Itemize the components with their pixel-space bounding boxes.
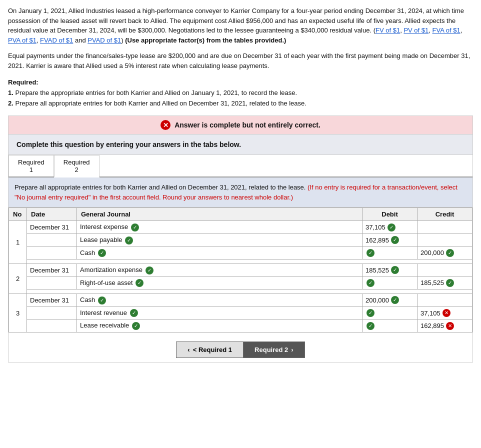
row1-account3[interactable]: Cash ✓ [77,246,362,260]
table-row: Cash ✓ ✓ 200,000✓ [9,246,472,260]
tab-instruction: Prepare all appropriate entries for both… [8,178,472,208]
complete-question-box: Complete this question by entering your … [8,134,472,155]
answer-banner-text: Answer is complete but not entirely corr… [174,121,320,129]
check-icon-green: ✓ [131,224,139,232]
journal-table: No Date General Journal Debit Credit 1 D… [8,208,472,332]
answer-banner: ✕ Answer is complete but not entirely co… [8,116,472,134]
row-no-2: 2 [9,264,27,294]
required-item1: 1. Prepare the appropriate entries for b… [8,88,473,98]
prev-chevron: ‹ [188,346,190,354]
row1-credit1[interactable] [418,221,472,234]
row2-account2[interactable]: Right-of-use asset ✓ [77,276,362,290]
col-header-no: No [9,208,27,221]
check-icon-green: ✓ [98,296,106,304]
row3-date3 [27,320,77,332]
next-button[interactable]: Required 2 › [243,342,305,358]
row2-debit1[interactable]: 185,525✓ [362,264,418,277]
next-chevron: › [291,346,293,354]
row2-date2 [27,276,77,290]
check-icon-green: ✓ [366,279,374,287]
row1-date2 [27,234,77,246]
row1-credit2[interactable] [418,234,472,246]
tab-required2[interactable]: Required2 [54,155,100,178]
check-icon-green: ✓ [132,322,140,330]
equal-payments-paragraph: Equal payments under the finance/sales-t… [8,51,473,70]
tabs-row: Required1 Required2 [8,155,472,178]
check-icon-green: ✓ [391,266,399,274]
check-icon-red: ✕ [446,322,454,330]
row3-date1: December 31 [27,294,77,307]
error-icon: ✕ [160,120,170,130]
fva-link[interactable]: FVA of $1 [432,26,460,34]
col-header-debit: Debit [362,208,418,221]
pv-link[interactable]: PV of $1 [404,26,428,34]
row3-debit3[interactable]: ✓ [362,320,418,332]
row1-credit3[interactable]: 200,000✓ [418,246,472,260]
row3-account2[interactable]: Interest revenue ✓ [77,306,362,320]
use-tables-note: (Use appropriate factor(s) from the tabl… [125,36,286,44]
fv-link[interactable]: FV of $1 [376,26,400,34]
tab-required1[interactable]: Required1 [8,155,54,176]
check-icon-green: ✓ [146,266,154,274]
table-row: Lease receivable ✓ ✓ 162,895✕ [9,320,472,332]
check-icon-red: ✕ [442,309,450,317]
table-row: 1 December 31 Interest expense ✓ 37,105✓ [9,221,472,234]
row3-credit2[interactable]: 37,105✕ [418,306,472,320]
next-label: Required 2 [254,346,288,354]
check-icon-green: ✓ [388,224,396,232]
row1-account1[interactable]: Interest expense ✓ [77,221,362,234]
row1-debit2[interactable]: 162,895✓ [362,234,418,246]
check-icon-green: ✓ [130,309,138,317]
complete-question-text: Complete this question by entering your … [16,140,241,148]
row3-credit3[interactable]: 162,895✕ [418,320,472,332]
row2-account1[interactable]: Amortization expense ✓ [77,264,362,277]
row3-debit2[interactable]: ✓ [362,306,418,320]
row2-debit2[interactable]: ✓ [362,276,418,290]
check-icon-green: ✓ [98,249,106,257]
prev-label: < Required 1 [193,346,232,354]
check-icon-green: ✓ [446,279,454,287]
required-section: Required: 1. Prepare the appropriate ent… [8,78,473,108]
row1-account2[interactable]: Lease payable ✓ [77,234,362,246]
row3-account3[interactable]: Lease receivable ✓ [77,320,362,332]
row1-date3 [27,246,77,260]
check-icon-green: ✓ [366,309,374,317]
row-no-1: 1 [9,221,27,264]
row2-credit2[interactable]: 185,525✓ [418,276,472,290]
row1-debit1[interactable]: 37,105✓ [362,221,418,234]
check-icon-green: ✓ [391,236,399,244]
check-icon-green: ✓ [136,279,144,287]
fvad-link[interactable]: FVAD of $1 [40,36,73,44]
prev-button[interactable]: ‹ < Required 1 [176,342,243,358]
check-icon-green: ✓ [125,236,133,244]
nav-buttons: ‹ < Required 1 Required 2 › [8,338,472,362]
col-header-date: Date [27,208,77,221]
row3-debit1[interactable]: 200,000✓ [362,294,418,307]
col-header-journal: General Journal [77,208,362,221]
col-header-credit: Credit [418,208,472,221]
row1-debit3[interactable]: ✓ [362,246,418,260]
table-row: 2 December 31 Amortization expense ✓ 185… [9,264,472,277]
intro-paragraph1: On January 1, 2021, Allied Industries le… [8,6,473,45]
row3-date2 [27,306,77,320]
tab-instruction-main: Prepare all appropriate entries for both… [14,184,306,191]
table-row: 3 December 31 Cash ✓ 200,000✓ [9,294,472,307]
check-icon-green: ✓ [366,322,374,330]
row-no-3: 3 [9,294,27,332]
table-row: Lease payable ✓ 162,895✓ [9,234,472,246]
pva-link[interactable]: PVA of $1 [8,36,36,44]
check-icon-green: ✓ [391,296,399,304]
row3-credit1[interactable] [418,294,472,307]
row3-account1[interactable]: Cash ✓ [77,294,362,307]
table-row: Interest revenue ✓ ✓ 37,105✕ [9,306,472,320]
row2-credit1[interactable] [418,264,472,277]
required-label: Required: [8,78,38,86]
pvad-link[interactable]: PVAD of $1 [88,36,121,44]
table-row: Right-of-use asset ✓ ✓ 185,525✓ [9,276,472,290]
row2-date1: December 31 [27,264,77,277]
check-icon-green: ✓ [366,249,374,257]
check-icon-green: ✓ [446,249,454,257]
table-row-spacer [9,290,472,294]
required-item2: 2. Prepare all appropriate entries for b… [8,98,473,109]
answer-box: ✕ Answer is complete but not entirely co… [8,116,473,362]
